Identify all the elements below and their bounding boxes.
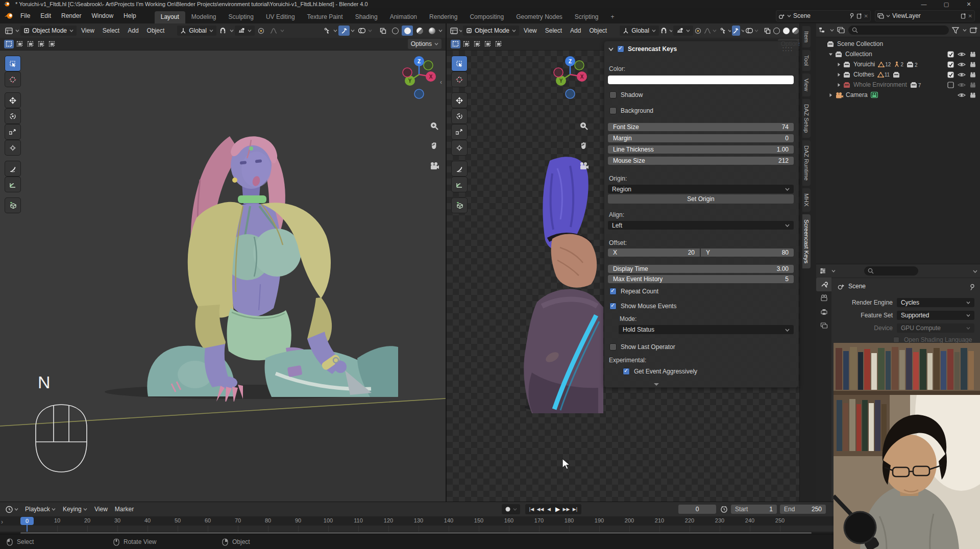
auto-keying-clock-icon[interactable] xyxy=(720,506,728,513)
workspace-tab-modeling[interactable]: Modeling xyxy=(185,11,223,23)
mode-dropdown[interactable]: Hold Status xyxy=(619,325,794,334)
disable-render-toggle[interactable] xyxy=(969,72,976,78)
maximize-button[interactable]: ▢ xyxy=(935,0,958,8)
workspace-tab-layout[interactable]: Layout xyxy=(155,11,185,23)
background-checkbox[interactable] xyxy=(609,107,617,114)
pan-hand-icon[interactable] xyxy=(577,139,591,152)
select-mode-paint-icon[interactable] xyxy=(47,40,57,48)
scale-tool-button[interactable] xyxy=(5,124,20,139)
menu-render[interactable]: Render xyxy=(56,12,86,19)
properties-tab-view-layer[interactable] xyxy=(816,319,831,333)
sidebar-tab-item[interactable]: Item xyxy=(802,26,811,47)
sidebar-tab-screencast-keys[interactable]: Screencast Keys xyxy=(802,214,811,268)
sidebar-tab-daz-setup[interactable]: DAZ Setup xyxy=(802,99,811,138)
show-mouse-events-checkbox[interactable] xyxy=(609,303,617,310)
region-collapse-arrow[interactable]: ‹ xyxy=(440,79,442,86)
viewport-menu-view[interactable]: View xyxy=(78,27,98,34)
select-mode-circle-icon[interactable] xyxy=(26,40,35,48)
editor-type-icon[interactable] xyxy=(450,26,458,36)
measure-tool-button[interactable] xyxy=(5,177,20,192)
transport-jump-end-button[interactable]: ▶| xyxy=(571,507,579,512)
transform-orientation-dropdown[interactable]: Global xyxy=(620,26,659,36)
property-value-dropdown[interactable]: GPU Compute xyxy=(897,323,974,333)
workspace-tab-uv-editing[interactable]: UV Editing xyxy=(260,11,301,23)
overlays-toggle-icon[interactable] xyxy=(356,26,367,36)
repeat-count-checkbox[interactable] xyxy=(609,288,617,295)
select-box-button[interactable] xyxy=(5,56,20,71)
select-mode-paint-icon[interactable] xyxy=(494,40,503,48)
viewport-menu-view[interactable]: View xyxy=(520,27,541,34)
outliner-row-collection[interactable]: Collection xyxy=(816,49,980,59)
rotate-tool-button[interactable] xyxy=(452,109,467,123)
workspace-tab-scripting[interactable]: Scripting xyxy=(569,11,605,23)
transport-prev-frame-button[interactable]: ◀ xyxy=(545,507,553,512)
sidebar-tab-daz-runtime[interactable]: DAZ Runtime xyxy=(802,140,811,186)
shading-icon[interactable] xyxy=(426,26,437,36)
autokey-record-button[interactable] xyxy=(502,504,520,514)
overlays-toggle-icon[interactable] xyxy=(745,26,753,36)
font-size-slider[interactable]: Font Size74 xyxy=(608,123,794,131)
selectability-filter-icon[interactable] xyxy=(719,26,727,36)
shading-icon[interactable] xyxy=(414,26,425,36)
character-model-yoruichi[interactable] xyxy=(71,108,398,402)
shading-icon[interactable] xyxy=(402,26,413,36)
timeline-ruler[interactable]: 1020304050607080901001101201301401501601… xyxy=(0,516,980,526)
disclosure-right-icon[interactable] xyxy=(837,83,841,87)
current-frame-badge[interactable]: 0 xyxy=(20,517,34,525)
properties-tab-output[interactable] xyxy=(816,305,831,319)
hide-eye-toggle[interactable] xyxy=(958,92,966,98)
transport-next-keyframe-button[interactable]: ▶▶ xyxy=(562,507,571,512)
disable-render-toggle[interactable] xyxy=(969,62,976,67)
get-event-aggressively-checkbox[interactable] xyxy=(623,368,630,375)
shadow-checkbox-row[interactable]: Shadow xyxy=(609,91,643,98)
hide-eye-toggle[interactable] xyxy=(958,52,966,57)
region-expand-arrow[interactable]: › xyxy=(1,518,3,526)
pin-icon[interactable] xyxy=(849,13,854,19)
start-frame-field[interactable]: Start1 xyxy=(731,505,777,514)
properties-search-input[interactable] xyxy=(864,266,918,276)
remove-viewlayer-icon[interactable]: ✕ xyxy=(968,13,972,19)
snap-magnet-icon[interactable] xyxy=(660,26,668,36)
disable-render-toggle[interactable] xyxy=(969,82,976,88)
snap-magnet-icon[interactable] xyxy=(217,26,229,36)
outliner-row-whole-environment[interactable]: Whole Environment7 xyxy=(816,80,980,90)
outliner-item-label[interactable]: Yoruichi xyxy=(853,61,875,68)
select-mode-circle-icon[interactable] xyxy=(472,40,482,48)
workspace-tab-geometry-nodes[interactable]: Geometry Nodes xyxy=(510,11,569,23)
end-frame-field[interactable]: End250 xyxy=(780,505,826,514)
timeline-menu-marker[interactable]: Marker xyxy=(111,506,137,513)
shading-icon[interactable] xyxy=(791,26,799,36)
pan-hand-icon[interactable] xyxy=(428,139,441,152)
timeline-menu-playback[interactable]: Playback xyxy=(21,506,59,513)
workspace-tab-animation[interactable]: Animation xyxy=(384,11,423,23)
viewport-navigation-gizmo[interactable]: Z X Y xyxy=(401,54,437,103)
proportional-editing-icon[interactable] xyxy=(694,26,702,36)
select-mode-tweak-icon[interactable] xyxy=(4,40,14,48)
pin-icon[interactable] xyxy=(969,284,975,290)
viewport-menu-select[interactable]: Select xyxy=(542,27,566,34)
workspace-tab-shading[interactable]: Shading xyxy=(349,11,384,23)
viewport-menu-object[interactable]: Object xyxy=(585,27,610,34)
outliner-search-input[interactable] xyxy=(848,26,949,35)
outliner-item-label[interactable]: Scene Collection xyxy=(837,40,883,47)
outliner-row-scene-collection[interactable]: Scene Collection xyxy=(816,39,980,49)
mouse-size-slider[interactable]: Mouse Size212 xyxy=(608,157,794,165)
camera-view-icon[interactable] xyxy=(428,159,441,172)
hide-eye-toggle[interactable] xyxy=(958,62,966,67)
gizmos-toggle-icon[interactable] xyxy=(338,26,350,36)
zoom-icon[interactable] xyxy=(577,119,591,133)
close-button[interactable]: ✕ xyxy=(958,0,980,8)
exclude-checkbox[interactable] xyxy=(947,71,954,78)
shading-icon[interactable] xyxy=(389,26,401,36)
viewlayer-selector[interactable]: ViewLayer ✕ xyxy=(875,10,975,21)
origin-dropdown[interactable]: Region xyxy=(608,185,794,193)
new-collection-icon[interactable] xyxy=(970,27,978,34)
workspace-tab-texture-paint[interactable]: Texture Paint xyxy=(301,11,349,23)
select-mode-lasso-icon[interactable] xyxy=(36,40,46,48)
sidebar-tab-mhx[interactable]: MHX xyxy=(802,188,811,212)
outliner-row-yoruichi[interactable]: Yoruichi1222 xyxy=(816,59,980,69)
viewport-menu-select[interactable]: Select xyxy=(99,27,123,34)
property-value-dropdown[interactable]: Supported xyxy=(897,311,974,320)
sidebar-tab-tool[interactable]: Tool xyxy=(802,50,811,71)
scene-name[interactable]: Scene xyxy=(793,12,811,19)
